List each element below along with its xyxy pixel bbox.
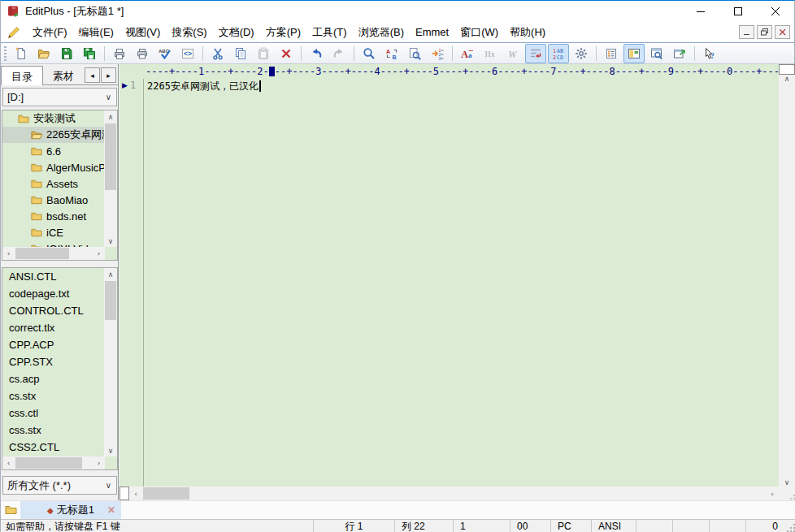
sidebar-toggle-button[interactable] — [623, 44, 645, 63]
scroll-left-icon[interactable]: ‹ — [2, 247, 15, 260]
file-filter-select[interactable]: 所有文件 (*.*) ∨ — [2, 476, 117, 495]
line-numbers-button[interactable] — [548, 44, 569, 63]
tab-directory[interactable]: 目录 — [1, 66, 43, 85]
file-item[interactable]: codepage.txt — [2, 285, 117, 302]
print-preview-button[interactable] — [109, 44, 130, 63]
vertical-split-handle[interactable] — [779, 64, 795, 75]
cut-button[interactable] — [207, 44, 228, 63]
print-button[interactable] — [132, 44, 153, 63]
mdi-minimize-button[interactable] — [739, 25, 754, 39]
mdi-close-button[interactable] — [775, 25, 790, 39]
menu-item[interactable]: 窗口(W) — [454, 23, 504, 42]
menu-item[interactable]: 搜索(S) — [166, 23, 212, 42]
horizontal-split-handle[interactable] — [119, 487, 129, 500]
scroll-thumb[interactable] — [15, 248, 69, 259]
file-item[interactable]: cs.acp — [2, 370, 117, 387]
open-external-button[interactable] — [669, 44, 690, 63]
menu-item[interactable]: 视图(V) — [119, 23, 166, 42]
document-tab-untitled1[interactable]: ◆ 无标题1 ✕ — [20, 501, 121, 519]
font-button[interactable] — [457, 44, 478, 63]
menu-item[interactable]: 编辑(E) — [73, 23, 119, 42]
scroll-up-icon[interactable]: ∧ — [104, 268, 117, 280]
find-in-files-button[interactable] — [404, 44, 425, 63]
scroll-up-icon[interactable]: ∧ — [104, 110, 117, 123]
menu-item[interactable]: 方案(P) — [260, 23, 306, 42]
editor-vertical-scrollbar[interactable]: ∧ ∨ — [779, 75, 795, 487]
editor-area[interactable]: ----+----1----+----2---+----3----+----4-… — [119, 64, 795, 500]
save-button[interactable] — [56, 44, 77, 63]
replace-button[interactable] — [381, 44, 402, 63]
file-item[interactable]: CSS2.CTL — [2, 439, 117, 456]
preferences-button[interactable] — [571, 44, 592, 63]
scroll-thumb[interactable] — [105, 123, 116, 190]
new-document-button[interactable] — [11, 44, 32, 63]
scroll-thumb[interactable] — [105, 281, 116, 320]
tree-item[interactable]: bsds.net — [2, 208, 117, 224]
scroll-down-icon[interactable]: ∨ — [779, 478, 795, 487]
undo-button[interactable] — [306, 44, 327, 63]
close-button[interactable] — [757, 1, 794, 22]
code-snippet-button[interactable] — [177, 44, 198, 63]
tree-item[interactable]: Assets — [2, 175, 117, 192]
open-folder-button[interactable] — [33, 44, 54, 63]
menu-item[interactable]: 工具(T) — [306, 23, 353, 42]
scroll-left-icon[interactable]: ‹ — [129, 487, 142, 500]
scroll-thumb[interactable] — [15, 457, 82, 469]
goto-line-button[interactable] — [427, 44, 448, 63]
toolbar-grip[interactable] — [4, 46, 7, 61]
scroll-right-icon[interactable]: › — [766, 487, 779, 500]
file-item[interactable]: ANSI.CTL — [2, 268, 117, 285]
tab-cliptext[interactable]: 素材 — [43, 66, 84, 84]
mdi-restore-button[interactable] — [757, 25, 772, 39]
tree-item[interactable]: BaoMiao — [2, 192, 117, 208]
tab-close-icon[interactable]: ✕ — [107, 504, 115, 516]
drive-select[interactable]: [D:] ∨ — [2, 88, 117, 106]
scroll-down-icon[interactable]: ∨ — [104, 235, 117, 247]
tree-horizontal-scrollbar[interactable]: ‹ › — [2, 247, 105, 260]
minimize-button[interactable] — [682, 1, 719, 22]
editor-content[interactable]: ▶ 1 2265安卓网测试，已汉化 — [119, 79, 779, 487]
maximize-button[interactable] — [719, 1, 757, 22]
scroll-right-icon[interactable]: › — [93, 456, 105, 469]
menu-item[interactable]: Emmet — [410, 24, 454, 41]
files-vertical-scrollbar[interactable]: ∧ ∨ — [104, 268, 117, 456]
text-line[interactable]: 2265安卓网测试，已汉化 — [147, 80, 261, 93]
editor-horizontal-scrollbar[interactable]: ‹ › — [129, 487, 779, 500]
scroll-left-icon[interactable]: ‹ — [2, 456, 15, 469]
title-bar[interactable]: EditPlus - [无标题1 *] — [1, 1, 794, 22]
tab-scroll-left-button[interactable]: ◂ — [85, 67, 100, 83]
find-button[interactable] — [358, 44, 380, 63]
scroll-down-icon[interactable]: ∨ — [104, 444, 117, 456]
context-help-button[interactable] — [699, 44, 720, 63]
spell-check-button[interactable] — [154, 44, 176, 63]
file-item[interactable]: CPP.ACP — [2, 336, 117, 353]
tree-item[interactable]: 2265安卓网测 — [2, 127, 117, 143]
tree-vertical-scrollbar[interactable]: ∧ ∨ — [104, 110, 117, 247]
scroll-up-icon[interactable]: ∧ — [779, 75, 795, 83]
file-item[interactable]: CPP.STX — [2, 353, 117, 370]
tree-item[interactable]: AlgerMusicP — [2, 159, 117, 175]
file-item[interactable]: css.stx — [2, 422, 117, 439]
browser-preview-button[interactable] — [646, 44, 667, 63]
file-item[interactable]: cs.stx — [2, 387, 117, 404]
file-item[interactable]: CONTROL.CTL — [2, 302, 117, 319]
copy-button[interactable] — [230, 44, 251, 63]
scroll-right-icon[interactable]: › — [93, 247, 105, 260]
tree-item[interactable]: iCE — [2, 224, 117, 240]
file-item[interactable]: correct.tlx — [2, 319, 117, 336]
files-horizontal-scrollbar[interactable]: ‹ › — [2, 456, 105, 469]
window-resize-grip[interactable] — [783, 520, 795, 532]
tree-item[interactable]: 安装测试 — [2, 110, 117, 127]
tree-item[interactable]: 6.6 — [2, 143, 117, 159]
delete-button[interactable] — [276, 44, 297, 63]
file-item[interactable]: css.ctl — [2, 404, 117, 422]
menu-item[interactable]: 文件(F) — [27, 23, 73, 42]
document-list-button[interactable] — [601, 44, 622, 63]
scroll-thumb[interactable] — [143, 487, 189, 500]
word-wrap-button[interactable] — [525, 44, 546, 63]
menu-item[interactable]: 文档(D) — [213, 23, 260, 42]
save-all-button[interactable] — [79, 44, 100, 63]
menu-item[interactable]: 浏览器(B) — [353, 23, 410, 42]
tab-scroll-right-button[interactable]: ▸ — [101, 67, 116, 83]
menu-item[interactable]: 帮助(H) — [504, 23, 551, 42]
